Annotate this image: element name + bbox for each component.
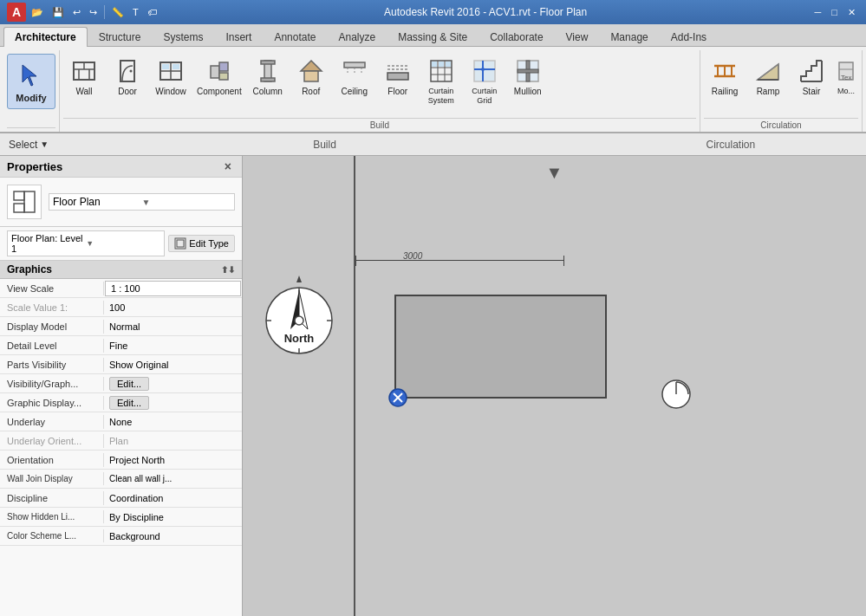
tab-structure[interactable]: Structure <box>88 27 153 47</box>
modify-button[interactable]: Modify <box>7 54 55 109</box>
svg-rect-34 <box>439 62 444 67</box>
tab-addins[interactable]: Add-Ins <box>660 27 718 47</box>
tab-collaborate[interactable]: Collaborate <box>479 27 554 47</box>
railing-label: Railing <box>712 87 739 97</box>
discipline-value[interactable]: Coordination <box>104 491 242 505</box>
level-select[interactable]: Floor Plan: Level 1 ▼ <box>7 230 165 256</box>
orientation-value[interactable]: Project North <box>104 453 242 467</box>
curtain-grid-label: CurtainGrid <box>472 87 497 106</box>
visibility-graph-value: Edit... <box>104 375 242 392</box>
level-row: Floor Plan: Level 1 ▼ Edit Type <box>0 227 242 261</box>
parts-visibility-value[interactable]: Show Original <box>104 358 242 372</box>
underlay-orient-row: Underlay Orient... Plan <box>0 431 242 451</box>
svg-rect-58 <box>14 204 24 212</box>
color-scheme-row: Color Scheme L... Background <box>0 527 242 546</box>
level-name: Floor Plan: Level 1 <box>11 233 86 254</box>
visibility-graph-edit-button[interactable]: Edit... <box>109 377 149 391</box>
dimension-tick-right <box>563 256 564 266</box>
room-rectangle[interactable] <box>394 295 607 399</box>
titlebar-left: A 📂 💾 ↩ ↪ 📏 T 🏷 <box>7 3 160 22</box>
window-button[interactable]: Window <box>150 54 192 101</box>
color-scheme-value[interactable]: Background <box>104 529 242 543</box>
show-hidden-lines-value[interactable]: By Discipline <box>104 510 242 524</box>
ramp-label: Ramp <box>757 87 780 97</box>
curtain-grid-button[interactable]: CurtainGrid <box>464 54 505 109</box>
ceiling-icon <box>341 57 368 85</box>
display-model-label: Display Model <box>0 320 104 334</box>
view-scale-value[interactable]: 1 : 100 <box>105 281 241 296</box>
railing-button[interactable]: Railing <box>704 54 746 101</box>
properties-close-button[interactable]: × <box>221 159 235 173</box>
tab-manage[interactable]: Manage <box>599 27 659 47</box>
component-button[interactable]: Component <box>193 54 245 101</box>
qat-tag[interactable]: 🏷 <box>144 5 160 19</box>
svg-rect-13 <box>211 66 219 78</box>
scale-value-label: Scale Value 1: <box>0 301 104 314</box>
curtain-system-button[interactable]: CurtainSystem <box>420 54 462 109</box>
tab-analyze[interactable]: Analyze <box>327 27 387 47</box>
floor-icon <box>384 57 412 85</box>
svg-point-7 <box>130 70 133 73</box>
ramp-icon <box>754 57 782 85</box>
underlay-value[interactable]: None <box>104 415 242 429</box>
minimize-btn[interactable]: ─ <box>811 5 825 20</box>
graphics-section-header[interactable]: Graphics ⬆⬇ <box>0 261 242 279</box>
blue-marker[interactable] <box>388 388 406 405</box>
qat-undo[interactable]: ↩ <box>69 5 84 20</box>
build-section-bar-label: Build <box>54 139 595 151</box>
underlay-row: Underlay None <box>0 412 242 431</box>
app-icon[interactable]: A <box>7 3 26 22</box>
select-dropdown[interactable]: Select ▼ <box>3 137 54 152</box>
stair-label: Stair <box>803 87 821 97</box>
ribbon-circulation-group: Railing Ramp <box>700 50 863 132</box>
tab-architecture[interactable]: Architecture <box>3 27 88 47</box>
door-button[interactable]: Door <box>107 54 148 101</box>
railing-icon <box>711 57 739 85</box>
display-model-value[interactable]: Normal <box>104 320 242 334</box>
stair-button[interactable]: Stair <box>791 54 832 101</box>
qat-redo[interactable]: ↪ <box>86 5 101 20</box>
column-icon <box>254 57 282 85</box>
build-section-label: Build <box>63 118 696 132</box>
qat-measure[interactable]: 📏 <box>108 5 127 20</box>
wall-button[interactable]: Wall <box>63 54 105 101</box>
edit-type-button[interactable]: Edit Type <box>168 235 235 252</box>
canvas-area[interactable]: ▼ 3000 North <box>243 156 866 616</box>
wall-join-display-value[interactable]: Clean all wall j... <box>104 472 242 485</box>
ramp-button[interactable]: Ramp <box>747 54 789 101</box>
circulation-section-label: Circulation <box>704 118 858 132</box>
view-canvas: ▼ 3000 North <box>243 156 866 616</box>
svg-rect-42 <box>518 69 538 73</box>
detail-level-value[interactable]: Fine <box>104 339 242 353</box>
orientation-row: Orientation Project North <box>0 451 242 470</box>
svg-rect-60 <box>177 240 184 247</box>
tab-annotate[interactable]: Annotate <box>263 27 327 47</box>
tab-massing[interactable]: Massing & Site <box>387 27 479 47</box>
north-arrow-container: North <box>260 269 338 366</box>
svg-text:Tex: Tex <box>841 74 851 81</box>
wall-icon <box>70 57 98 85</box>
tab-view[interactable]: View <box>555 27 600 47</box>
qat-save[interactable]: 💾 <box>49 5 68 20</box>
floor-button[interactable]: Floor <box>377 54 419 101</box>
mullion-button[interactable]: Mullion <box>507 54 549 101</box>
circulation-section-bar-label: Circulation <box>596 139 866 151</box>
display-model-row: Display Model Normal <box>0 317 242 336</box>
column-button[interactable]: Column <box>247 54 289 101</box>
roof-label: Roof <box>302 87 320 97</box>
tab-systems[interactable]: Systems <box>152 27 214 47</box>
qat-text[interactable]: T <box>129 5 142 19</box>
svg-rect-14 <box>219 62 228 71</box>
svg-point-39 <box>481 68 485 71</box>
window-close-btn[interactable]: ✕ <box>844 5 859 20</box>
type-chevron-icon: ▼ <box>142 198 231 207</box>
tab-insert[interactable]: Insert <box>214 27 263 47</box>
ceiling-button[interactable]: Ceiling <box>334 54 375 101</box>
roof-button[interactable]: Roof <box>290 54 332 101</box>
type-select-dropdown[interactable]: Floor Plan ▼ <box>49 193 235 211</box>
more-tools-button[interactable]: Tex Mo... <box>834 54 858 100</box>
wall-join-display-label: Wall Join Display <box>0 472 104 485</box>
maximize-btn[interactable]: □ <box>828 5 841 20</box>
qat-open[interactable]: 📂 <box>28 5 47 20</box>
graphic-display-edit-button[interactable]: Edit... <box>109 396 149 410</box>
